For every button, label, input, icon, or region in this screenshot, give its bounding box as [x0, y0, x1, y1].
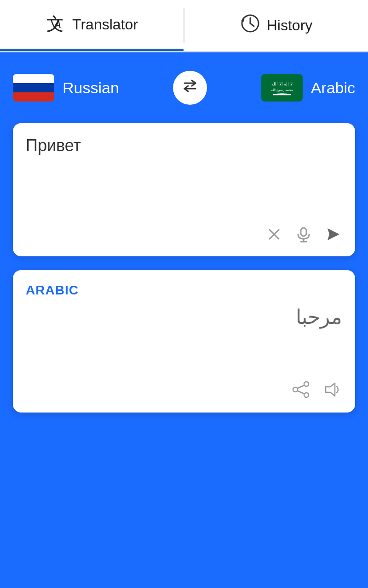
speaker-button[interactable]	[323, 380, 342, 403]
flag-stripe-white	[13, 74, 54, 83]
flag-stripe-red	[13, 92, 54, 102]
svg-text:لا إله إلا الله: لا إله إلا الله	[271, 82, 293, 87]
russia-flag	[13, 74, 54, 102]
input-actions-row	[26, 226, 342, 247]
tab-bar: 文 A Translator History	[0, 0, 368, 52]
svg-line-17	[298, 391, 304, 394]
svg-marker-12	[328, 228, 339, 240]
source-language-selector[interactable]: Russian	[13, 74, 119, 102]
output-card: ARABIC مرحبا	[13, 270, 355, 413]
translated-text: مرحبا	[26, 305, 342, 373]
flag-stripe-blue	[13, 83, 54, 92]
swap-languages-button[interactable]	[173, 71, 207, 105]
main-content: Russian لا إله إلا الله	[0, 52, 368, 588]
translate-button[interactable]	[325, 226, 342, 247]
svg-point-15	[304, 393, 309, 397]
tab-history[interactable]: History	[184, 0, 368, 51]
swap-icon	[181, 77, 199, 99]
svg-point-13	[304, 382, 309, 386]
language-selector-row: Russian لا إله إلا الله	[13, 66, 355, 109]
target-language-selector[interactable]: لا إله إلا الله محمد رسول الله Arabic	[261, 74, 355, 102]
svg-rect-3	[264, 75, 300, 99]
output-actions-row	[26, 380, 342, 403]
translate-icon: 文 A	[46, 12, 66, 37]
history-icon	[240, 13, 260, 38]
svg-rect-9	[301, 228, 306, 236]
microphone-button[interactable]	[295, 226, 312, 247]
tab-history-label: History	[267, 17, 313, 34]
share-button[interactable]	[292, 380, 310, 403]
source-text-input[interactable]	[26, 136, 342, 221]
svg-point-14	[293, 387, 298, 392]
clear-button[interactable]	[266, 226, 282, 247]
saudi-flag-emblem: لا إله إلا الله محمد رسول الله	[264, 75, 300, 101]
svg-text:A: A	[53, 18, 61, 30]
source-language-name: Russian	[63, 79, 119, 97]
input-card	[13, 123, 355, 256]
svg-line-16	[298, 385, 304, 388]
output-language-label: ARABIC	[26, 283, 342, 298]
svg-marker-18	[326, 383, 335, 396]
tab-translator-label: Translator	[72, 16, 138, 33]
tab-translator[interactable]: 文 A Translator	[0, 0, 184, 51]
saudi-flag: لا إله إلا الله محمد رسول الله	[261, 74, 303, 102]
target-language-name: Arabic	[311, 79, 355, 97]
svg-text:محمد رسول الله: محمد رسول الله	[270, 88, 293, 92]
